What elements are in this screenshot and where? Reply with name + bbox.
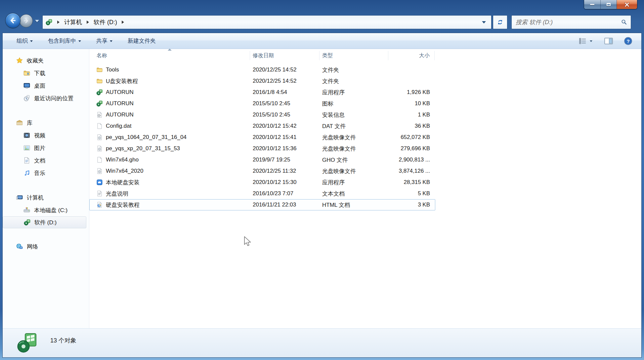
file-size: 2,900,813 ... (388, 157, 435, 163)
file-row[interactable]: AUTORUN2016/1/8 4:54应用程序1,926 KB (89, 87, 435, 98)
new-folder-button[interactable]: 新建文件夹 (124, 35, 159, 47)
setup-info-icon (96, 112, 103, 118)
disc-image-icon (96, 134, 103, 141)
preview-pane-icon (604, 37, 613, 45)
search-icon[interactable] (621, 19, 627, 25)
file-row[interactable]: Win7x64.gho2019/9/7 19:25GHO 文件2,900,813… (89, 154, 435, 165)
file-row[interactable]: Config.dat2020/10/12 15:42DAT 文件36 KB (89, 120, 435, 132)
include-in-library-button[interactable]: 包含到库中 (45, 35, 84, 47)
sidebar-item-label: 库 (27, 119, 32, 127)
file-type: 光盘映像文件 (320, 134, 388, 141)
sidebar-item-favorites[interactable]: 收藏夹 (3, 54, 89, 67)
file-row[interactable]: AUTORUN2015/5/10 2:45安装信息1 KB (89, 109, 435, 120)
column-header-name[interactable]: 名称 (89, 51, 250, 60)
sidebar-item-desktop[interactable]: 桌面 (3, 79, 89, 92)
folder-icon (96, 67, 103, 73)
refresh-button[interactable] (493, 15, 507, 29)
file-type: 图标 (320, 100, 388, 108)
file-row[interactable]: U盘安装教程2020/12/25 14:52文件夹 (89, 75, 435, 87)
titlebar[interactable] (0, 0, 644, 13)
file-date: 2020/10/12 15:36 (250, 145, 320, 152)
sidebar-item-pictures[interactable]: 图片 (3, 142, 89, 154)
file-type: 文件夹 (320, 66, 388, 74)
sidebar-group-network: 网络 (3, 240, 89, 253)
forward-icon (23, 18, 29, 24)
help-icon: ? (624, 37, 632, 45)
file-row[interactable]: Win7x64_20202020/12/25 11:32光盘映像文件3,874,… (89, 165, 435, 177)
music-icon (23, 169, 30, 177)
breadcrumb-arrow-icon[interactable] (122, 21, 124, 24)
file-name-cell: Config.dat (89, 123, 250, 129)
sidebar-item-network[interactable]: 网络 (3, 240, 89, 253)
file-date: 2020/12/25 14:52 (250, 78, 320, 84)
file-row[interactable]: pe_yqs_xp_20_07_31_15_532020/10/12 15:36… (89, 143, 435, 154)
column-header-type[interactable]: 类型 (320, 51, 388, 60)
autorun-icon (96, 89, 103, 96)
breadcrumb-arrow-icon[interactable] (87, 21, 89, 24)
sidebar-item-computer[interactable]: 计算机 (3, 191, 89, 204)
file-row[interactable]: 硬盘安装教程2016/11/21 22:03HTML 文档3 KB (89, 199, 435, 210)
file-size: 5 KB (388, 190, 435, 197)
sidebar-item-libraries[interactable]: 库 (3, 116, 89, 129)
file-row[interactable]: 光盘说明2016/10/23 7:07文本文档5 KB (89, 188, 435, 199)
column-header-size[interactable]: 大小 (388, 51, 435, 60)
column-header-date[interactable]: 修改日期 (250, 51, 320, 60)
file-type: 文本文档 (320, 190, 388, 198)
views-button[interactable] (577, 36, 594, 46)
address-bar[interactable]: 计算机 软件 (D:) (42, 15, 492, 29)
sort-ascending-icon (168, 49, 172, 51)
search-input[interactable] (516, 19, 621, 26)
disc-image-icon (96, 145, 103, 152)
back-icon (9, 17, 17, 24)
network-icon (16, 243, 23, 250)
file-name-cell: 硬盘安装教程 (89, 201, 250, 209)
file-list-pane[interactable]: 名称 修改日期 类型 大小 Tools2020/12/25 14:52文件夹U盘… (89, 49, 641, 328)
file-date: 2016/10/23 7:07 (250, 190, 320, 197)
sidebar-item-label: 软件 (D:) (34, 219, 57, 226)
breadcrumb-arrow-icon[interactable] (57, 21, 60, 24)
share-button[interactable]: 共享 (93, 35, 116, 47)
sidebar-item-documents[interactable]: 文档 (3, 154, 89, 167)
sidebar-group-favorites: 收藏夹下载桌面最近访问的位置 (3, 54, 89, 105)
forward-button[interactable] (20, 14, 33, 27)
share-label: 共享 (96, 37, 107, 45)
maximize-icon (607, 3, 611, 6)
back-button[interactable] (5, 13, 21, 28)
file-name-cell: Tools (89, 67, 250, 73)
sidebar-item-software-d[interactable]: 软件 (D:) (3, 216, 86, 228)
sidebar-item-videos[interactable]: 视频 (3, 129, 89, 142)
breadcrumb-drive-d[interactable]: 软件 (D:) (93, 17, 118, 27)
file-size: 36 KB (388, 123, 435, 129)
file-name: Win7x64.gho (106, 157, 139, 163)
file-size: 652,072 KB (388, 134, 435, 141)
help-button[interactable]: ? (623, 36, 633, 46)
file-row[interactable]: AUTORUN2015/5/10 2:45图标10 KB (89, 98, 435, 109)
file-date: 2015/5/10 2:45 (250, 112, 320, 118)
breadcrumb-computer[interactable]: 计算机 (64, 17, 83, 27)
file-size: 10 KB (388, 100, 435, 107)
file-row[interactable]: 本地硬盘安装2020/10/12 15:30应用程序28,315 KB (89, 177, 435, 188)
recent-pages-dropdown[interactable] (35, 20, 39, 22)
explorer-window: 计算机 软件 (D:) 组织 包含到库中 (0, 0, 644, 360)
file-name-cell: AUTORUN (89, 89, 250, 96)
file-row[interactable]: Tools2020/12/25 14:52文件夹 (89, 64, 435, 75)
file-row[interactable]: pe_yqs_1064_20_07_31_16_042020/10/12 15:… (89, 132, 435, 143)
sidebar-item-recent-places[interactable]: 最近访问的位置 (3, 92, 89, 105)
address-dropdown-icon[interactable] (482, 21, 486, 23)
column-name-label: 名称 (97, 52, 107, 59)
file-name: AUTORUN (106, 100, 134, 107)
file-name: Tools (106, 67, 119, 73)
minimize-button[interactable] (584, 0, 600, 9)
sidebar-item-downloads[interactable]: 下载 (3, 67, 89, 79)
file-name-cell: U盘安装教程 (89, 77, 250, 85)
file-name-cell: AUTORUN (89, 112, 250, 118)
chevron-down-icon (78, 40, 81, 42)
file-date: 2020/10/12 15:42 (250, 123, 320, 129)
sidebar-item-local-disk-c[interactable]: 本地磁盘 (C:) (3, 204, 89, 216)
close-button[interactable] (617, 0, 637, 9)
html-doc-icon (96, 202, 103, 208)
maximize-button[interactable] (600, 0, 617, 9)
sidebar-item-music[interactable]: 音乐 (3, 167, 89, 179)
preview-pane-button[interactable] (603, 36, 614, 46)
organize-button[interactable]: 组织 (13, 35, 36, 47)
